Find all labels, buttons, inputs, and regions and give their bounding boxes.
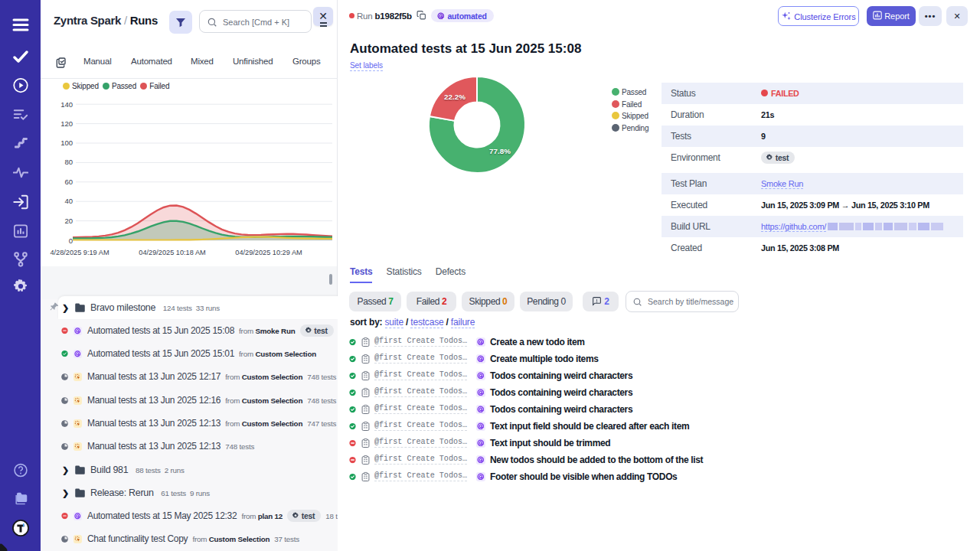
- svg-text:60: 60: [64, 178, 73, 186]
- svg-text:100: 100: [60, 139, 73, 147]
- svg-text:4/28/2025 9:19 AM: 4/28/2025 9:19 AM: [50, 249, 109, 256]
- svg-text:77.8%: 77.8%: [489, 147, 511, 155]
- svg-text:04/29/2025 10:29 AM: 04/29/2025 10:29 AM: [235, 249, 302, 256]
- svg-text:140: 140: [60, 100, 73, 109]
- svg-text:04/29/2025 10:18 AM: 04/29/2025 10:18 AM: [139, 249, 205, 256]
- svg-text:0: 0: [69, 236, 73, 245]
- svg-text:20: 20: [64, 217, 73, 225]
- svg-text:120: 120: [60, 119, 73, 128]
- svg-text:22.2%: 22.2%: [444, 93, 466, 101]
- svg-text:40: 40: [64, 197, 73, 205]
- svg-text:80: 80: [64, 158, 73, 166]
